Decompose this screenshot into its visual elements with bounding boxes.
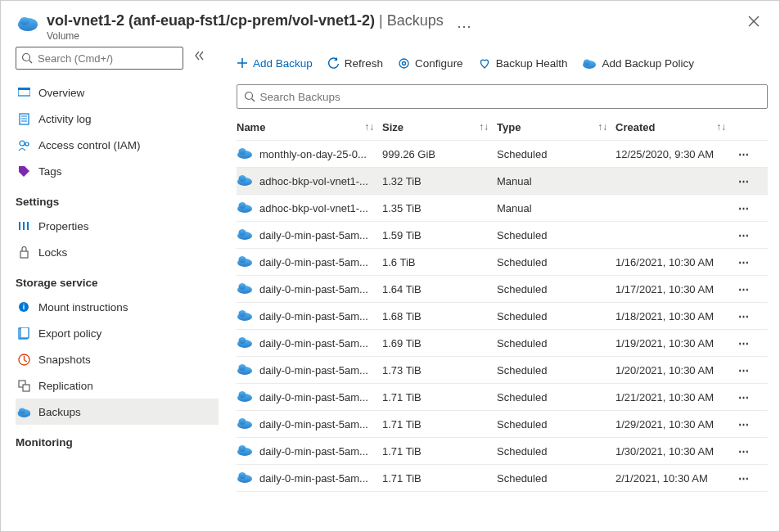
svg-point-60 — [239, 445, 246, 452]
collapse-sidebar-button[interactable] — [195, 50, 206, 79]
table-row[interactable]: daily-0-min-past-5am...1.69 TiBScheduled… — [237, 330, 768, 357]
svg-point-38 — [239, 148, 246, 155]
nav-label: Export policy — [38, 327, 101, 340]
row-menu-button[interactable]: ⋯ — [738, 229, 750, 241]
svg-point-56 — [239, 391, 246, 398]
row-menu-button[interactable]: ⋯ — [738, 445, 750, 458]
svg-point-12 — [20, 141, 25, 146]
row-menu-button[interactable]: ⋯ — [738, 337, 750, 349]
svg-point-54 — [239, 364, 246, 371]
nav-backups[interactable]: Backups — [16, 399, 219, 425]
nav-properties[interactable]: Properties — [16, 213, 219, 239]
svg-line-5 — [29, 61, 33, 64]
table-row[interactable]: daily-0-min-past-5am...1.71 TiBScheduled… — [237, 411, 768, 438]
locks-icon — [17, 246, 30, 259]
sort-icon: ↑↓ — [364, 121, 374, 133]
backup-name: daily-0-min-past-5am... — [259, 283, 368, 295]
backup-type: Scheduled — [497, 283, 615, 295]
nav-export-policy[interactable]: Export policy — [16, 320, 219, 346]
col-size[interactable]: Size↑↓ — [382, 121, 497, 133]
table-row[interactable]: monthly-on-day-25-0...999.26 GiBSchedule… — [237, 141, 768, 168]
svg-text:i: i — [23, 303, 25, 311]
row-menu-button[interactable]: ⋯ — [738, 310, 750, 322]
table-row[interactable]: daily-0-min-past-5am...1.6 TiBScheduled1… — [237, 249, 768, 276]
backup-name: adhoc-bkp-vol-vnet1-... — [259, 202, 368, 214]
configure-button[interactable]: Configure — [398, 57, 463, 70]
row-menu-button[interactable]: ⋯ — [738, 175, 750, 187]
table-row[interactable]: daily-0-min-past-5am...1.71 TiBScheduled… — [237, 465, 768, 492]
nav-snapshots[interactable]: Snapshots — [16, 346, 219, 372]
sort-icon: ↑↓ — [716, 121, 726, 133]
nav-label: Mount instructions — [38, 301, 128, 313]
svg-point-50 — [239, 310, 246, 317]
nav-locks[interactable]: Locks — [16, 239, 219, 265]
backup-type: Scheduled — [497, 391, 615, 404]
backup-cloud-icon — [237, 147, 253, 161]
nav-access-control-iam-[interactable]: Access control (IAM) — [16, 132, 219, 158]
table-row[interactable]: daily-0-min-past-5am...1.71 TiBScheduled… — [237, 384, 768, 411]
svg-point-58 — [239, 418, 246, 425]
backup-size: 1.71 TiB — [382, 391, 497, 404]
nav-replication[interactable]: Replication — [16, 372, 219, 399]
nav-overview[interactable]: Overview — [16, 79, 219, 106]
row-menu-button[interactable]: ⋯ — [738, 256, 750, 268]
table-row[interactable]: daily-0-min-past-5am...1.59 TiBScheduled… — [237, 222, 768, 249]
backup-cloud-icon — [237, 471, 253, 485]
table-row[interactable]: adhoc-bkp-vol-vnet1-...1.32 TiBManual⋯ — [237, 168, 768, 195]
row-menu-button[interactable]: ⋯ — [738, 472, 750, 485]
svg-line-36 — [252, 99, 255, 102]
table-row[interactable]: daily-0-min-past-5am...1.73 TiBScheduled… — [237, 357, 768, 384]
backup-name: daily-0-min-past-5am... — [259, 472, 368, 485]
table-row[interactable]: daily-0-min-past-5am...1.71 TiBScheduled… — [237, 438, 768, 465]
col-type[interactable]: Type↑↓ — [497, 121, 615, 133]
refresh-button[interactable]: Refresh — [327, 57, 383, 70]
nav-activity-log[interactable]: Activity log — [16, 106, 219, 132]
more-actions-button[interactable]: ⋯ — [457, 17, 472, 35]
page-title: vol-vnet1-2 (anf-euap-fst1/cp-prem/vol-v… — [47, 12, 444, 29]
backup-name: daily-0-min-past-5am... — [259, 445, 368, 458]
row-menu-button[interactable]: ⋯ — [738, 283, 750, 295]
row-menu-button[interactable]: ⋯ — [738, 418, 750, 431]
svg-point-42 — [239, 202, 246, 209]
table-row[interactable]: daily-0-min-past-5am...1.68 TiBScheduled… — [237, 303, 768, 330]
row-menu-button[interactable]: ⋯ — [738, 364, 750, 376]
backup-created: 1/29/2021, 10:30 AM — [615, 418, 734, 431]
nav-label: Locks — [38, 246, 67, 259]
search-backups-input[interactable] — [260, 91, 760, 103]
svg-point-52 — [239, 337, 246, 344]
search-backups[interactable] — [237, 84, 768, 109]
backup-name: daily-0-min-past-5am... — [259, 229, 368, 241]
backup-health-button[interactable]: Backup Health — [478, 57, 568, 70]
col-created[interactable]: Created↑↓ — [615, 121, 734, 133]
backup-cloud-icon — [237, 174, 253, 188]
sidebar-search[interactable] — [16, 47, 183, 70]
refresh-icon — [327, 57, 340, 70]
table-row[interactable]: daily-0-min-past-5am...1.64 TiBScheduled… — [237, 276, 768, 303]
nav-mount-instructions[interactable]: iMount instructions — [16, 294, 219, 320]
add-backup-policy-button[interactable]: Add Backup Policy — [582, 57, 694, 70]
sidebar-search-input[interactable] — [38, 52, 178, 65]
search-icon — [21, 52, 33, 64]
nav-label: Overview — [38, 87, 84, 99]
svg-rect-17 — [20, 251, 28, 258]
backup-size: 1.73 TiB — [382, 364, 497, 376]
backup-type: Manual — [497, 175, 615, 187]
row-menu-button[interactable]: ⋯ — [738, 148, 750, 160]
col-name[interactable]: Name↑↓ — [237, 121, 382, 133]
section-monitoring: Monitoring — [16, 436, 220, 449]
backup-name: monthly-on-day-25-0... — [259, 148, 367, 160]
table-row[interactable]: adhoc-bkp-vol-vnet1-...1.35 TiBManual⋯ — [237, 195, 768, 222]
svg-rect-21 — [20, 327, 29, 338]
sort-icon: ↑↓ — [479, 121, 489, 133]
nav-tags[interactable]: Tags — [16, 158, 219, 184]
backup-cloud-icon — [237, 363, 253, 377]
backup-size: 1.71 TiB — [382, 418, 497, 431]
backup-cloud-icon — [237, 255, 253, 269]
add-backup-button[interactable]: Add Backup — [237, 57, 313, 70]
nav-label: Activity log — [38, 113, 92, 125]
close-button[interactable] — [748, 16, 760, 29]
search-icon — [244, 91, 255, 102]
backup-cloud-icon — [237, 282, 253, 296]
row-menu-button[interactable]: ⋯ — [738, 202, 750, 214]
row-menu-button[interactable]: ⋯ — [738, 391, 750, 404]
